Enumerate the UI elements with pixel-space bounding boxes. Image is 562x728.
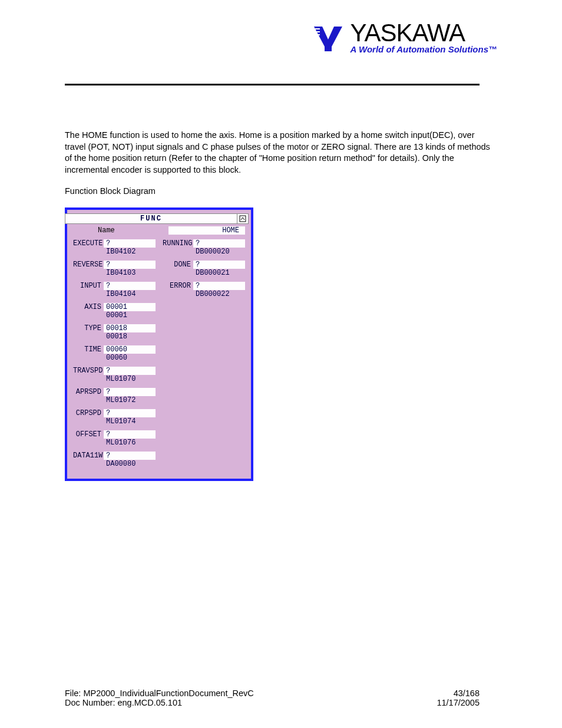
logo: YASKAWA A World of Automation Solutions™ [314, 21, 497, 54]
param-label: APRSPD [73, 388, 104, 404]
param-address: DB000022 [193, 290, 245, 298]
param-label: TRAVSPD [73, 367, 104, 383]
footer-page: 43/168 [437, 689, 480, 698]
header-divider [65, 84, 480, 85]
param-value: ? [104, 388, 156, 396]
fb-row: CRPSPD?ML01074 [73, 409, 245, 426]
yaskawa-logo-icon [314, 27, 347, 51]
fb-row: DATA11W?DA00080 [73, 452, 245, 468]
fb-row: EXECUTE?IB04102RUNNING?DB000020 [73, 239, 245, 256]
param-label: DATA11W [73, 452, 104, 468]
fb-row: REVERSE?IB04103DONE?DB000021 [73, 261, 245, 277]
param-address: 00001 [104, 311, 156, 319]
param-label: ERROR [163, 282, 193, 298]
param-address: ML01074 [104, 417, 156, 426]
param-address: IB04104 [104, 290, 156, 298]
param-value: ? [104, 261, 156, 269]
param-value: ? [104, 239, 156, 248]
param-address: DA00080 [104, 460, 156, 468]
param-value: 00060 [104, 345, 156, 354]
fb-row: TIME0006000060 [73, 345, 245, 362]
param-label: REVERSE [73, 261, 104, 277]
param-label: DONE [163, 261, 193, 277]
fb-row: APRSPD?ML01072 [73, 388, 245, 404]
param-value: ? [193, 282, 245, 290]
param-address: 00018 [104, 332, 156, 341]
fb-name-label: Name [73, 226, 168, 235]
param-address: ML01070 [104, 375, 156, 383]
footer-file: File: MP2000_IndividualFunctionDocument_… [65, 689, 254, 698]
fb-title: FUNC [65, 213, 237, 224]
function-block: FUNC Name HOME EXECUTE?IB04102RUNNING?DB… [65, 207, 253, 481]
footer-doc: Doc Number: eng.MCD.05.101 [65, 698, 254, 707]
logo-tagline: A World of Automation Solutions™ [351, 44, 497, 54]
body-paragraph: The HOME function is used to home the ax… [65, 130, 497, 176]
param-value: ? [104, 282, 156, 290]
param-value: 00001 [104, 303, 156, 311]
fb-row: INPUT?IB04104ERROR?DB000022 [73, 282, 245, 298]
param-address: ML01072 [104, 396, 156, 404]
param-address: IB04102 [104, 248, 156, 256]
logo-name: YASKAWA [351, 21, 465, 45]
param-label: AXIS [73, 303, 104, 319]
page-footer: File: MP2000_IndividualFunctionDocument_… [65, 689, 480, 707]
param-address: 00060 [104, 354, 156, 362]
param-address: DB000020 [193, 248, 245, 256]
param-label: RUNNING [163, 239, 193, 256]
param-value: 00018 [104, 324, 156, 332]
expand-icon[interactable] [237, 213, 249, 224]
param-label: OFFSET [73, 430, 104, 447]
param-value: ? [104, 452, 156, 460]
footer-date: 11/17/2005 [437, 698, 480, 707]
param-address: IB04103 [104, 269, 156, 277]
param-value: ? [104, 367, 156, 375]
param-label: EXECUTE [73, 239, 104, 256]
param-label: INPUT [73, 282, 104, 298]
svg-rect-0 [240, 216, 246, 222]
param-value: ? [193, 239, 245, 248]
param-value: ? [104, 409, 156, 417]
param-address: ML01076 [104, 439, 156, 447]
param-value: ? [193, 261, 245, 269]
fb-row: AXIS0000100001 [73, 303, 245, 319]
param-label: CRPSPD [73, 409, 104, 426]
fb-name-value: HOME [168, 226, 245, 235]
fb-row: TYPE0001800018 [73, 324, 245, 341]
param-value: ? [104, 430, 156, 439]
page-header: YASKAWA A World of Automation Solutions™ [65, 21, 497, 54]
param-address: DB000021 [193, 269, 245, 277]
param-label: TYPE [73, 324, 104, 341]
param-label: TIME [73, 345, 104, 362]
fb-row: OFFSET?ML01076 [73, 430, 245, 447]
section-label: Function Block Diagram [65, 186, 497, 196]
fb-row: TRAVSPD?ML01070 [73, 367, 245, 383]
